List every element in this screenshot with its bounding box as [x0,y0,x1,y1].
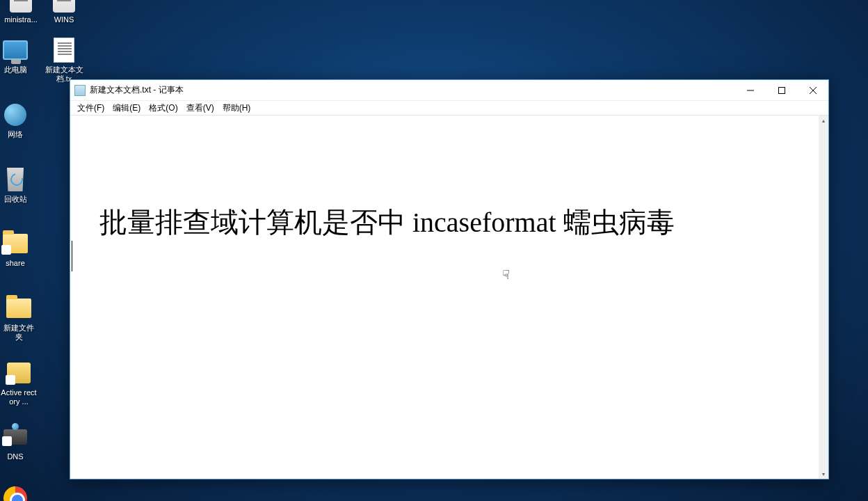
folder-icon [6,299,31,318]
text-caret [72,241,72,271]
desktop-icon-active-directory[interactable]: Active rectory ... [0,359,38,406]
desktop-icon-label: share [6,259,25,268]
menubar: 文件(F) 编辑(E) 格式(O) 查看(V) 帮助(H) [70,101,828,115]
desktop-icon-dns[interactable]: DNS [0,423,31,461]
desktop-icon-label: 新建文件夹 [0,324,38,342]
document-icon [10,0,32,13]
desktop-icon-recycle-bin[interactable]: 回收站 [0,166,31,204]
text-file-icon [54,38,74,63]
chrome-icon [3,486,27,501]
svg-rect-1 [778,87,785,93]
titlebar[interactable]: 新建文本文档.txt - 记事本 [70,80,828,101]
menu-edit[interactable]: 编辑(E) [108,102,145,115]
editor-text: 批量排查域计算机是否中 incaseformat 蠕虫病毒 [99,203,675,241]
desktop-icon-label: ministra... [4,15,38,24]
desktop-icon-this-pc[interactable]: 此电脑 [0,36,31,74]
editor-content[interactable]: 批量排查域计算机是否中 incaseformat 蠕虫病毒 [70,116,819,479]
desktop-icon-wins[interactable]: WINS [43,0,85,24]
window-controls [734,80,828,100]
scroll-down-icon[interactable]: ▾ [819,469,828,479]
notepad-window: 新建文本文档.txt - 记事本 文件(F) 编辑(E) 格式(O) 查看(V)… [70,79,829,479]
desktop-icon-admin[interactable]: ministra... [0,0,42,24]
close-icon [810,87,817,94]
minimize-button[interactable] [734,80,766,100]
desktop-icon-share-folder[interactable]: share [0,230,31,268]
desktop-icon-label: Active rectory ... [0,388,38,406]
menu-view[interactable]: 查看(V) [182,102,218,115]
vertical-scrollbar[interactable]: ▴ ▾ [819,116,828,479]
maximize-button[interactable] [766,80,797,100]
computer-icon [3,40,28,60]
folder-icon [3,234,28,253]
desktop-icon-label: WINS [54,15,74,24]
notepad-icon [74,85,86,96]
admin-tool-icon [7,363,31,383]
desktop-icon-label: 回收站 [4,195,27,204]
minimize-icon [747,87,754,94]
editor-area[interactable]: 批量排查域计算机是否中 incaseformat 蠕虫病毒 ▴ ▾ [70,115,828,479]
maximize-icon [778,87,785,94]
menu-file[interactable]: 文件(F) [73,102,108,115]
desktop-icon-chrome[interactable] [0,484,31,501]
scroll-up-icon[interactable]: ▴ [819,116,828,125]
window-title: 新建文本文档.txt - 记事本 [90,84,734,96]
recycle-bin-icon [5,168,26,191]
desktop-icon-label: 网络 [8,130,23,139]
desktop-icon-label: 此电脑 [4,65,27,74]
menu-help[interactable]: 帮助(H) [218,102,255,115]
document-icon [53,0,75,13]
menu-format[interactable]: 格式(O) [145,102,182,115]
dns-icon [3,429,27,445]
desktop-icon-label: DNS [7,452,23,461]
desktop-icon-new-text-doc[interactable]: 新建文本文档.tx [43,36,85,84]
desktop-icon-new-folder[interactable]: 新建文件夹 [0,294,38,342]
close-button[interactable] [797,80,828,100]
network-icon [4,104,26,126]
desktop-icon-network[interactable]: 网络 [0,101,31,139]
